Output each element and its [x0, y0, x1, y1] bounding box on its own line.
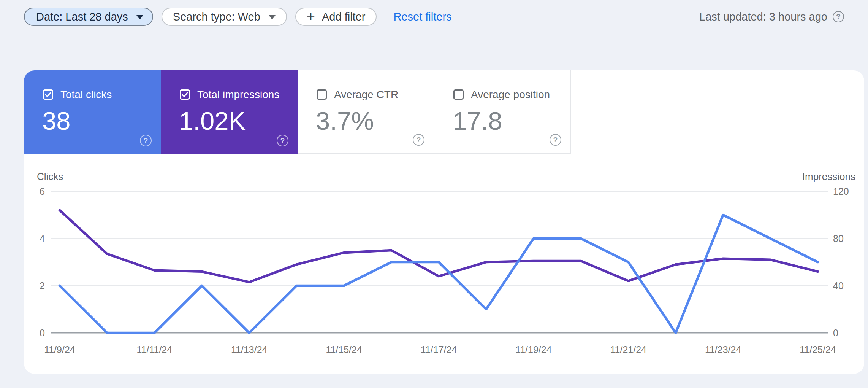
left-axis-tick: 4 — [40, 233, 45, 244]
left-axis-tick: 6 — [40, 186, 45, 197]
right-axis-tick: 40 — [833, 280, 844, 291]
clicks-line-series — [60, 215, 818, 333]
right-axis-tick: 0 — [833, 328, 838, 338]
search-console-performance-page: { "toolbar": { "date_filter_label": "Dat… — [0, 0, 868, 388]
x-axis-date-label: 11/17/24 — [421, 344, 457, 355]
right-axis-tick: 80 — [833, 233, 844, 244]
x-axis-date-label: 11/13/24 — [231, 344, 268, 355]
right-axis-title: Impressions — [802, 171, 855, 182]
performance-chart[interactable]: 612048024000ClicksImpressions11/9/2411/1… — [0, 0, 868, 388]
x-axis-date-label: 11/23/24 — [705, 344, 741, 355]
x-axis-date-label: 11/21/24 — [610, 344, 647, 355]
x-axis-date-label: 11/15/24 — [326, 344, 362, 355]
x-axis-date-label: 11/25/24 — [800, 344, 836, 355]
impressions-line-series — [60, 210, 818, 282]
x-axis-date-label: 11/19/24 — [515, 344, 552, 355]
x-axis-date-label: 11/11/24 — [137, 344, 173, 355]
left-axis-tick: 2 — [40, 280, 45, 291]
right-axis-tick: 120 — [833, 186, 849, 197]
x-axis-date-label: 11/9/24 — [44, 344, 75, 355]
left-axis-title: Clicks — [37, 171, 63, 182]
left-axis-tick: 0 — [40, 328, 45, 338]
